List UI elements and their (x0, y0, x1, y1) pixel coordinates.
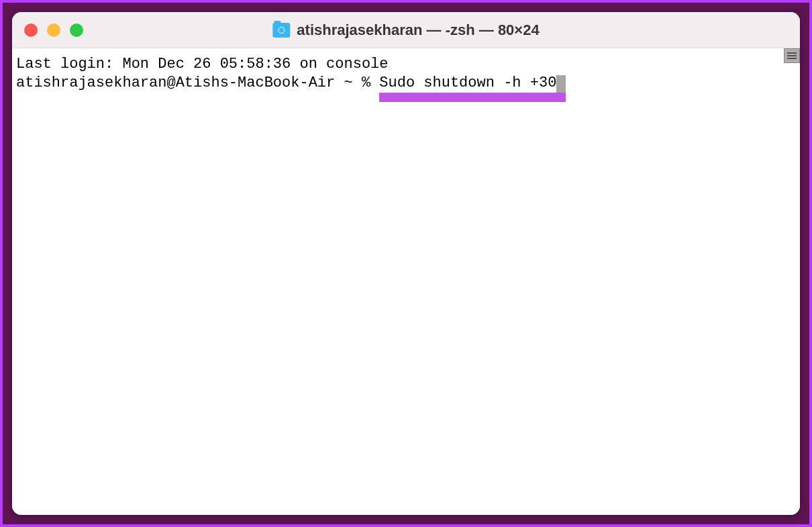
traffic-lights (24, 23, 83, 37)
maximize-button[interactable] (70, 23, 83, 37)
prompt-text: atishrajasekharan@Atishs-MacBook-Air ~ % (16, 75, 379, 91)
command-input[interactable]: Sudo shutdown -h +30 (379, 74, 556, 93)
title-content: atishrajasekharan — -zsh — 80×24 (272, 21, 539, 39)
last-login-line: Last login: Mon Dec 26 05:58:36 on conso… (16, 55, 796, 74)
close-button[interactable] (24, 23, 38, 37)
minimize-button[interactable] (47, 23, 60, 37)
folder-icon (272, 23, 290, 38)
title-bar: atishrajasekharan — -zsh — 80×24 (12, 12, 800, 48)
terminal-window: atishrajasekharan — -zsh — 80×24 Last lo… (12, 12, 800, 515)
scrollbar-indicator-icon[interactable] (784, 48, 800, 63)
cursor (556, 75, 566, 93)
command-line: atishrajasekharan@Atishs-MacBook-Air ~ %… (16, 74, 796, 93)
scrollbar-track[interactable] (784, 48, 800, 515)
terminal-body[interactable]: Last login: Mon Dec 26 05:58:36 on conso… (12, 48, 800, 515)
command-value: Sudo shutdown -h +30 (379, 75, 556, 91)
highlight-underline (379, 93, 566, 102)
window-title: atishrajasekharan — -zsh — 80×24 (297, 21, 539, 39)
